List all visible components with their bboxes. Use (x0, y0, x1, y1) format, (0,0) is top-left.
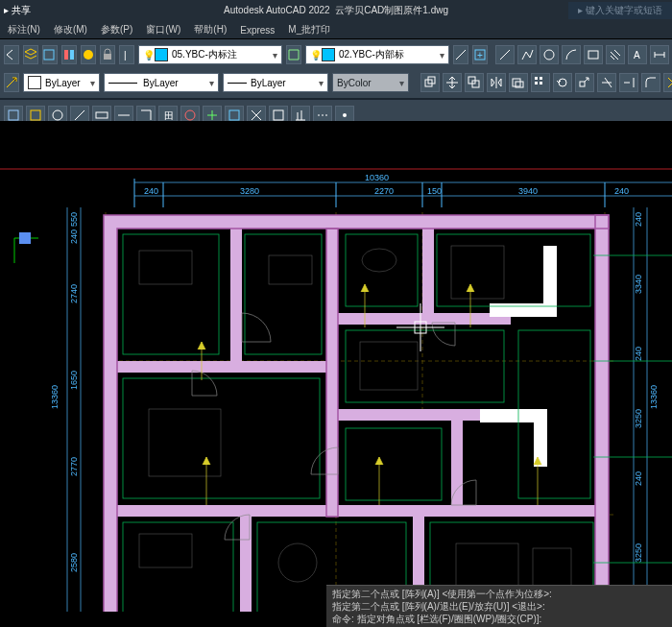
svg-rect-21 (535, 82, 538, 84)
chevron-down-icon: ▾ (399, 78, 404, 88)
bulb-icon: 💡 (143, 50, 155, 60)
svg-rect-111 (456, 543, 518, 587)
svg-text:3250: 3250 (634, 409, 643, 428)
plotstyle-select[interactable]: ByColor▾ (332, 73, 409, 92)
menu-window[interactable]: 窗口(W) (146, 23, 180, 36)
menu-batchplot[interactable]: M_批打印 (288, 23, 330, 36)
rect-icon[interactable] (584, 45, 603, 64)
svg-rect-89 (534, 409, 547, 467)
layerlock-icon[interactable] (100, 45, 115, 64)
rotate-icon[interactable] (553, 73, 572, 92)
scale-icon[interactable] (575, 73, 594, 92)
back-icon[interactable] (4, 45, 19, 64)
svg-text:240: 240 (634, 471, 643, 486)
pipe-icon[interactable]: | (119, 45, 134, 64)
mirror-icon[interactable] (487, 73, 506, 92)
svg-rect-4 (104, 54, 111, 60)
svg-text:10360: 10360 (365, 173, 389, 182)
extend-icon[interactable] (619, 73, 638, 92)
menu-help[interactable]: 帮助(H) (194, 23, 227, 36)
menu-modify[interactable]: 修改(M) (54, 23, 87, 36)
color-select[interactable]: ByLayer▾ (23, 73, 100, 92)
svg-rect-27 (96, 112, 108, 118)
svg-rect-30 (229, 110, 239, 120)
layeriso-icon[interactable] (61, 45, 77, 64)
draworder-icon[interactable] (420, 73, 440, 92)
svg-rect-1 (64, 50, 68, 60)
svg-text:13360: 13360 (649, 385, 659, 409)
swatch-icon (322, 48, 335, 61)
draw-toolbar: A (495, 45, 672, 64)
share-label[interactable]: ▸ 共享 (4, 4, 31, 17)
svg-text:3250: 3250 (634, 543, 643, 563)
svg-text:240: 240 (144, 186, 158, 196)
line-icon[interactable] (495, 45, 515, 64)
fillet-icon[interactable] (641, 73, 660, 92)
crosshair (396, 303, 444, 351)
svg-rect-25 (31, 110, 40, 120)
plotstyle-value: ByColor (337, 78, 372, 88)
svg-rect-78 (422, 229, 434, 315)
svg-point-8 (544, 50, 554, 60)
svg-rect-92 (346, 234, 418, 306)
menu-param[interactable]: 参数(P) (101, 23, 132, 36)
arc-icon[interactable] (562, 45, 581, 64)
svg-rect-20 (540, 77, 542, 80)
trim-icon[interactable] (597, 73, 616, 92)
svg-text:550: 550 (69, 212, 79, 227)
offset-icon[interactable] (509, 73, 528, 92)
chevron-down-icon: ▾ (209, 78, 214, 88)
drawing-area[interactable]: 10360 240 3280 2270 150 3940 240 13360 5… (0, 121, 672, 612)
svg-rect-76 (230, 229, 242, 373)
modify-toolbar (420, 73, 672, 92)
layers-icon[interactable] (23, 45, 38, 64)
command-line[interactable]: 指定第二个点或 [阵列(A)] <使用第一个点作为位移>: 指定第二个点或 [阵… (326, 585, 672, 627)
svg-point-3 (84, 50, 93, 60)
search-hint[interactable]: ▸ 键入关键字或短语 (568, 2, 672, 19)
svg-text:A: A (634, 50, 640, 60)
svg-rect-112 (533, 548, 571, 587)
move-icon[interactable] (443, 73, 462, 92)
explode-icon[interactable] (663, 73, 672, 92)
layerfreeze-icon[interactable] (81, 45, 96, 64)
layermake-icon[interactable]: + (472, 45, 488, 64)
svg-rect-22 (540, 82, 542, 84)
dim-top: 10360 240 3280 2270 150 3940 240 (134, 173, 672, 207)
svg-rect-24 (9, 110, 18, 120)
layerstate-icon[interactable] (286, 45, 301, 64)
svg-text:3940: 3940 (518, 186, 538, 196)
dim-right: 13360 240 3340 240 3250 240 3250 (634, 207, 659, 612)
layer-dropdown-2[interactable]: 💡 02.YBC-内部标▾ (305, 45, 449, 64)
matchprop-icon[interactable] (4, 73, 19, 92)
array-icon[interactable] (531, 73, 550, 92)
circle-icon[interactable] (540, 45, 559, 64)
pline-icon[interactable] (517, 45, 537, 64)
menu-express[interactable]: Express (240, 25, 275, 36)
svg-rect-90 (123, 234, 219, 354)
copy-icon[interactable] (465, 73, 484, 92)
linetype-select[interactable]: ByLayer▾ (104, 73, 219, 92)
svg-rect-94 (346, 330, 504, 402)
layer-dropdown-1[interactable]: 💡 05.YBC-内标注▾ (138, 45, 282, 64)
chevron-down-icon: ▾ (90, 78, 95, 88)
text-icon[interactable]: A (628, 45, 647, 64)
ribbon-top: | 💡 05.YBC-内标注▾ 💡 02.YBC-内部标▾ + A (0, 38, 672, 99)
svg-rect-17 (513, 79, 520, 86)
svg-text:240: 240 (634, 347, 643, 361)
linetype-value: ByLayer (143, 78, 179, 88)
cmd-line-2: 指定第二个点或 [阵列(A)/退出(E)/放弃(U)] <退出>: (332, 600, 666, 613)
dim-icon[interactable] (650, 45, 669, 64)
svg-text:150: 150 (427, 186, 442, 196)
layerprop-icon[interactable] (42, 45, 58, 64)
svg-rect-83 (451, 421, 463, 507)
svg-rect-23 (580, 82, 585, 86)
svg-point-26 (53, 110, 62, 120)
svg-rect-91 (245, 234, 322, 354)
menu-annotate[interactable]: 标注(N) (8, 23, 40, 36)
hatch-icon[interactable] (606, 45, 625, 64)
matchlayer-icon[interactable] (453, 45, 468, 64)
lineweight-select[interactable]: ByLayer▾ (223, 73, 328, 92)
svg-text:3280: 3280 (240, 186, 259, 196)
svg-rect-108 (451, 246, 504, 299)
svg-rect-19 (535, 77, 538, 80)
